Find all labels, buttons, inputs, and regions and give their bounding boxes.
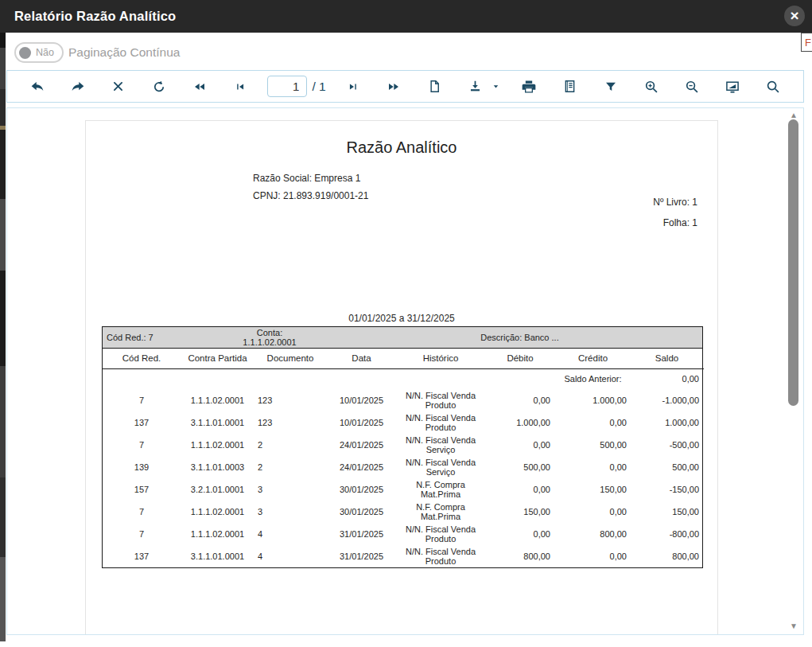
cancel-button[interactable] [105,73,132,100]
pagination-toggle-row: Não Paginação Contínua [14,42,180,63]
undo-button[interactable] [24,73,51,100]
fit-to-window-icon [725,79,740,95]
print-button[interactable] [515,73,542,100]
zoom-out-button[interactable] [678,73,705,100]
table-row: 71.1.1.02.000112310/01/2025N/N. Fiscal V… [103,389,704,411]
report-title: Razão Analítico [86,138,717,157]
refresh-button[interactable] [146,73,173,100]
overlay-letter: F [805,37,811,49]
refresh-icon [151,79,167,95]
col-header: Histórico [397,349,484,368]
group-conta-label: Conta: [202,328,337,337]
vertical-scrollbar-thumb[interactable] [788,119,798,406]
redo-icon [70,79,86,95]
page-number-input[interactable] [267,76,307,97]
col-header: Data [326,349,397,368]
page-total-label: / 1 [312,80,325,94]
modal-header: Relatório Razão Analítico × [0,0,812,33]
modal-title: Relatório Razão Analítico [14,9,176,24]
report-preview-area: Razão Analítico Razão Social: Empresa 1 … [6,107,804,635]
col-header: Débito [484,349,556,368]
group-descricao: Descrição: Banco ... [337,333,702,342]
filter-button[interactable] [597,73,624,100]
print-icon [521,79,537,95]
fit-to-window-button[interactable] [719,73,746,100]
fast-forward-icon [387,80,400,93]
export-download-button[interactable] [461,73,488,100]
fast-backward-icon [193,80,206,93]
group-conta: Conta: 1.1.1.02.0001 [202,328,337,347]
overlay-letter-box: F [801,33,812,52]
continuous-pagination-toggle[interactable]: Não [14,42,64,63]
table-row: 1373.1.1.01.0001431/01/2025N/N. Fiscal V… [103,545,704,567]
col-header: Saldo [630,349,704,368]
scroll-up-icon[interactable]: ▲ [790,111,798,119]
saldo-anterior-row: Saldo Anterior: 0,00 [103,368,704,389]
table-row: 71.1.1.02.0001431/01/2025N/N. Fiscal Ven… [103,523,704,545]
report-cnpj: CPNJ: 21.893.919/0001-21 [253,190,368,201]
toggle-knob-icon [19,47,31,59]
report-razao-social: Razão Social: Empresa 1 [253,173,360,184]
ledger-header-row: Cód Red. Contra Partida Documento Data H… [103,349,704,368]
toggle-state-label: Não [36,47,54,58]
zoom-out-icon [684,79,700,95]
viewer-toolbar: / 1 [6,70,804,103]
saldo-anterior-value: 0,00 [630,368,704,389]
report-document-icon [562,79,577,94]
fast-forward-button[interactable] [380,73,407,100]
export-dropdown-caret-icon [491,82,500,91]
table-row: 1573.2.1.01.0001330/01/2025N.F. Compra M… [103,478,704,501]
cancel-icon [111,80,125,93]
table-row: 71.1.1.02.0001224/01/2025N/N. Fiscal Ven… [103,434,704,456]
close-icon: × [790,8,798,23]
export-dropdown-button[interactable] [490,80,502,92]
new-document-button[interactable] [421,73,448,100]
first-page-icon [235,81,246,92]
last-page-icon [348,81,359,92]
search-icon [765,79,781,95]
redo-button[interactable] [64,73,91,100]
group-cod-red: Cód Red.: 7 [103,333,202,342]
zoom-in-button[interactable] [638,73,665,100]
col-header: Contra Partida [181,349,254,368]
zoom-in-icon [643,79,659,95]
pagination-toggle-label: Paginação Contínua [68,45,180,60]
report-period: 01/01/2025 a 31/12/2025 [86,313,717,324]
ledger-table: Cód Red. Contra Partida Documento Data H… [103,349,704,567]
background-app-strip [0,32,6,641]
group-conta-value: 1.1.1.02.0001 [202,337,337,347]
table-row: 1393.1.1.01.0003224/01/2025N/N. Fiscal V… [103,456,704,478]
report-document-button[interactable] [556,73,583,100]
report-page: Razão Analítico Razão Social: Empresa 1 … [85,120,718,635]
saldo-anterior-label: Saldo Anterior: [556,368,630,389]
export-split-button [461,73,502,100]
filter-icon [604,80,618,94]
close-button[interactable]: × [784,6,805,26]
col-header: Cód Red. [103,349,181,368]
report-folha: Folha: 1 [663,217,697,228]
report-livro: Nº Livro: 1 [653,197,697,208]
col-header: Documento [254,349,326,368]
fast-backward-button[interactable] [186,73,213,100]
scroll-down-icon[interactable]: ▼ [790,622,798,630]
search-button[interactable] [760,73,787,100]
undo-icon [29,79,45,95]
account-block: Cód Red.: 7 Conta: 1.1.1.02.0001 Descriç… [102,326,703,568]
page-navigation: / 1 [267,76,325,97]
table-row: 1373.1.1.01.000112310/01/2025N/N. Fiscal… [103,411,704,434]
export-download-icon [468,79,483,94]
table-row: 71.1.1.02.0001330/01/2025N.F. Compra Mat… [103,501,704,523]
first-page-button[interactable] [227,73,254,100]
new-document-icon [427,79,442,94]
account-group-header: Cód Red.: 7 Conta: 1.1.1.02.0001 Descriç… [103,327,702,349]
last-page-button[interactable] [340,73,367,100]
col-header: Crédito [556,349,630,368]
